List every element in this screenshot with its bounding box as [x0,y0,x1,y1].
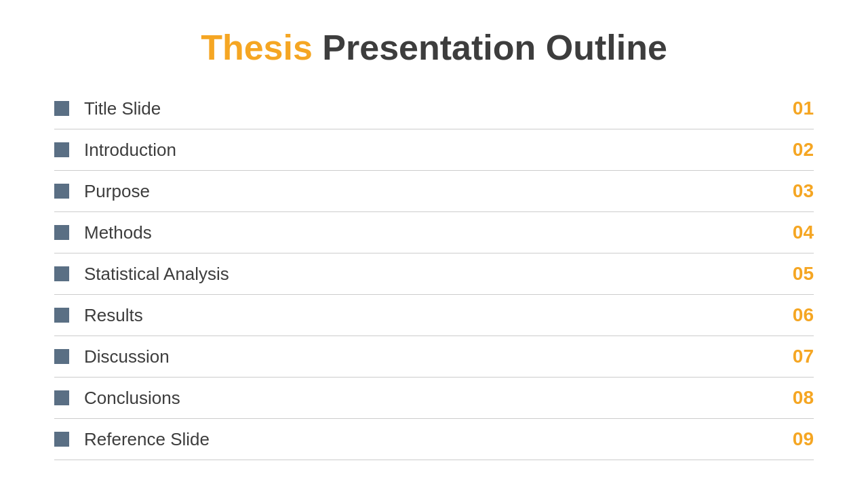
item-label: Purpose [84,181,780,202]
bullet-icon [54,390,69,405]
list-item: Statistical Analysis05 [54,253,814,295]
item-label: Discussion [84,346,780,367]
item-label: Introduction [84,140,780,161]
bullet-icon [54,349,69,364]
item-number: 08 [780,387,814,409]
list-item: Reference Slide09 [54,419,814,460]
item-number: 04 [780,222,814,243]
item-number: 03 [780,180,814,202]
item-number: 02 [780,139,814,161]
page-title: Thesis Presentation Outline [201,27,667,68]
list-item: Discussion07 [54,336,814,378]
list-item: Purpose03 [54,171,814,212]
list-item: Conclusions08 [54,378,814,419]
item-number: 07 [780,346,814,367]
bullet-icon [54,142,69,157]
list-item: Results06 [54,295,814,336]
bullet-icon [54,184,69,199]
item-number: 05 [780,263,814,285]
bullet-icon [54,266,69,281]
item-number: 06 [780,304,814,326]
item-number: 01 [780,98,814,119]
bullet-icon [54,101,69,116]
list-item: Title Slide01 [54,88,814,129]
list-item: Introduction02 [54,129,814,171]
item-label: Reference Slide [84,429,780,450]
item-label: Conclusions [84,388,780,409]
item-label: Methods [84,222,780,243]
bullet-icon [54,308,69,323]
title-highlighted: Thesis [201,28,313,67]
item-label: Results [84,305,780,326]
title-rest: Presentation Outline [313,28,667,67]
list-item: Methods04 [54,212,814,253]
outline-list: Title Slide01Introduction02Purpose03Meth… [54,88,814,460]
item-label: Title Slide [84,98,780,119]
item-label: Statistical Analysis [84,264,780,285]
bullet-icon [54,432,69,447]
item-number: 09 [780,428,814,450]
bullet-icon [54,225,69,240]
